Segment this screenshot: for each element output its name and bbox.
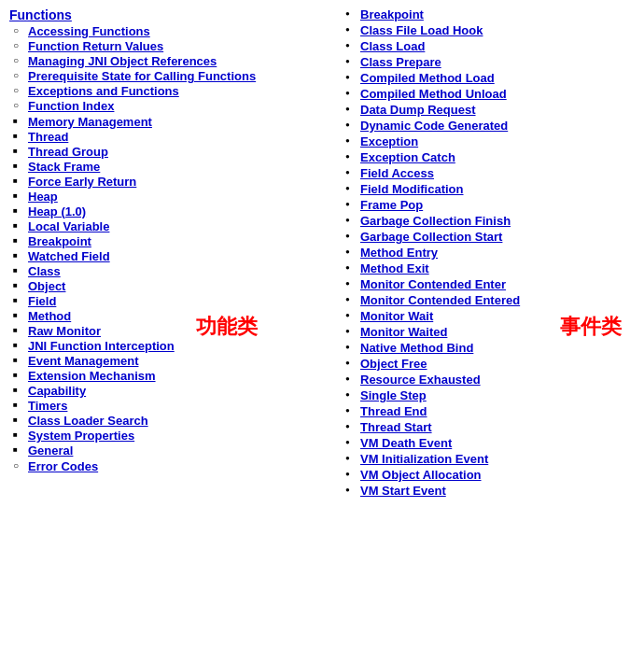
- square-list-link[interactable]: Local Variable: [28, 219, 109, 233]
- right-list-link[interactable]: Field Access: [360, 166, 434, 180]
- right-list-item: Exception: [345, 134, 635, 148]
- right-list-link[interactable]: Class File Load Hook: [360, 23, 483, 37]
- square-list-link[interactable]: Object: [28, 279, 65, 293]
- square-list-item: Force Early Return: [28, 175, 327, 189]
- right-list-link[interactable]: Compiled Method Unload: [360, 87, 507, 101]
- annotation-right: 事件类: [560, 313, 622, 341]
- right-list-link[interactable]: Thread Start: [360, 420, 432, 434]
- right-list-link[interactable]: Data Dump Request: [360, 103, 476, 117]
- square-list-link[interactable]: Method: [28, 309, 71, 323]
- right-list-link[interactable]: Monitor Wait: [360, 309, 433, 323]
- square-list-item: Stack Frame: [28, 160, 327, 174]
- square-list-link[interactable]: Heap (1.0): [28, 204, 86, 218]
- functions-link[interactable]: Functions: [9, 7, 72, 22]
- square-list-link[interactable]: Capability: [28, 384, 86, 398]
- right-list-link[interactable]: Exception: [360, 134, 418, 148]
- right-list-item: Compiled Method Load: [345, 71, 635, 85]
- square-list-link[interactable]: JNI Function Interception: [28, 339, 175, 353]
- square-list-item: Capability: [28, 384, 327, 398]
- square-list-link[interactable]: Class Loader Search: [28, 414, 148, 428]
- square-list-item: Thread: [28, 130, 327, 144]
- square-list-link[interactable]: Breakpoint: [28, 234, 91, 248]
- right-list-item: Frame Pop: [345, 198, 635, 212]
- right-list-link[interactable]: Monitor Contended Entered: [360, 293, 520, 307]
- left-sub-link[interactable]: Prerequisite State for Calling Functions: [28, 69, 256, 83]
- right-list-item: VM Initialization Event: [345, 452, 635, 466]
- square-list-link[interactable]: Timers: [28, 399, 67, 413]
- square-list-link[interactable]: General: [28, 444, 73, 458]
- right-list-link[interactable]: Native Method Bind: [360, 341, 473, 355]
- right-list-link[interactable]: Class Load: [360, 39, 425, 53]
- left-sub-link[interactable]: Accessing Functions: [28, 24, 150, 38]
- right-list-link[interactable]: Class Prepare: [360, 55, 441, 69]
- right-list-item: Monitor Contended Entered: [345, 293, 635, 307]
- right-list-link[interactable]: Method Exit: [360, 261, 429, 275]
- right-list-item: Compiled Method Unload: [345, 87, 635, 101]
- left-sub-item: Function Return Values: [28, 39, 327, 53]
- square-list-link[interactable]: Extension Mechanism: [28, 369, 156, 383]
- bottom-sub-link[interactable]: Error Codes: [28, 459, 98, 473]
- right-list-link[interactable]: Single Step: [360, 388, 427, 402]
- square-list-link[interactable]: Class: [28, 264, 61, 278]
- right-list-link[interactable]: Method Entry: [360, 246, 438, 260]
- right-list-link[interactable]: VM Initialization Event: [360, 452, 488, 466]
- left-sub-item: Prerequisite State for Calling Functions: [28, 69, 327, 83]
- left-sub-item: Managing JNI Object References: [28, 54, 327, 68]
- right-list-link[interactable]: Exception Catch: [360, 150, 455, 164]
- right-list-link[interactable]: Monitor Waited: [360, 325, 447, 339]
- square-list-item: Extension Mechanism: [28, 369, 327, 383]
- square-list-link[interactable]: Event Management: [28, 354, 138, 368]
- square-list-item: Object: [28, 279, 327, 293]
- right-list-item: Garbage Collection Finish: [345, 214, 635, 228]
- square-list-item: Breakpoint: [28, 234, 327, 248]
- left-sub-link[interactable]: Function Return Values: [28, 39, 163, 53]
- right-list-item: Class File Load Hook: [345, 23, 635, 37]
- right-list-item: Single Step: [345, 388, 635, 402]
- square-list-link[interactable]: Force Early Return: [28, 175, 136, 189]
- left-sub-link[interactable]: Function Index: [28, 99, 114, 113]
- square-list-link[interactable]: Thread: [28, 130, 68, 144]
- right-list-link[interactable]: Garbage Collection Start: [360, 230, 502, 244]
- right-list-link[interactable]: Field Modification: [360, 182, 464, 196]
- right-list-link[interactable]: VM Start Event: [360, 484, 446, 498]
- square-list-link[interactable]: Field: [28, 294, 56, 308]
- right-list-item: Field Access: [345, 166, 635, 180]
- right-list-item: Exception Catch: [345, 150, 635, 164]
- square-list-item: Method: [28, 309, 327, 323]
- right-list-link[interactable]: Thread End: [360, 404, 427, 418]
- right-list-link[interactable]: Garbage Collection Finish: [360, 214, 511, 228]
- square-list-item: System Properties: [28, 429, 327, 443]
- right-list-item: VM Start Event: [345, 484, 635, 498]
- square-list-link[interactable]: Memory Management: [28, 115, 152, 129]
- square-list-link[interactable]: Heap: [28, 190, 58, 204]
- left-sub-link[interactable]: Managing JNI Object References: [28, 54, 217, 68]
- right-list-link[interactable]: Breakpoint: [360, 7, 424, 21]
- square-list-link[interactable]: System Properties: [28, 429, 134, 443]
- right-list-link[interactable]: Frame Pop: [360, 198, 423, 212]
- right-list-item: Thread Start: [345, 420, 635, 434]
- left-sub-item: Exceptions and Functions: [28, 84, 327, 98]
- right-list-link[interactable]: Resource Exhausted: [360, 373, 481, 387]
- square-list-item: Class: [28, 264, 327, 278]
- right-list-item: Dynamic Code Generated: [345, 119, 635, 133]
- right-list-item: Method Exit: [345, 261, 635, 275]
- right-list-item: VM Object Allocation: [345, 468, 635, 482]
- square-list-item: General: [28, 444, 327, 458]
- right-list-link[interactable]: VM Object Allocation: [360, 468, 482, 482]
- square-list-link[interactable]: Thread Group: [28, 145, 108, 159]
- right-list-link[interactable]: Monitor Contended Enter: [360, 277, 506, 291]
- square-list-link[interactable]: Watched Field: [28, 249, 110, 263]
- right-list-item: VM Death Event: [345, 436, 635, 450]
- right-list-link[interactable]: VM Death Event: [360, 436, 452, 450]
- right-list-link[interactable]: Dynamic Code Generated: [360, 119, 508, 133]
- right-list-item: Object Free: [345, 357, 635, 371]
- right-list-link[interactable]: Compiled Method Load: [360, 71, 495, 85]
- square-list-item: Local Variable: [28, 219, 327, 233]
- bottom-sub-item: Error Codes: [28, 459, 327, 473]
- right-list-link[interactable]: Object Free: [360, 357, 427, 371]
- square-list-link[interactable]: Raw Monitor: [28, 324, 101, 338]
- square-list-link[interactable]: Stack Frame: [28, 160, 100, 174]
- square-list-item: JNI Function Interception: [28, 339, 327, 353]
- square-list-item: Field: [28, 294, 327, 308]
- left-sub-link[interactable]: Exceptions and Functions: [28, 84, 179, 98]
